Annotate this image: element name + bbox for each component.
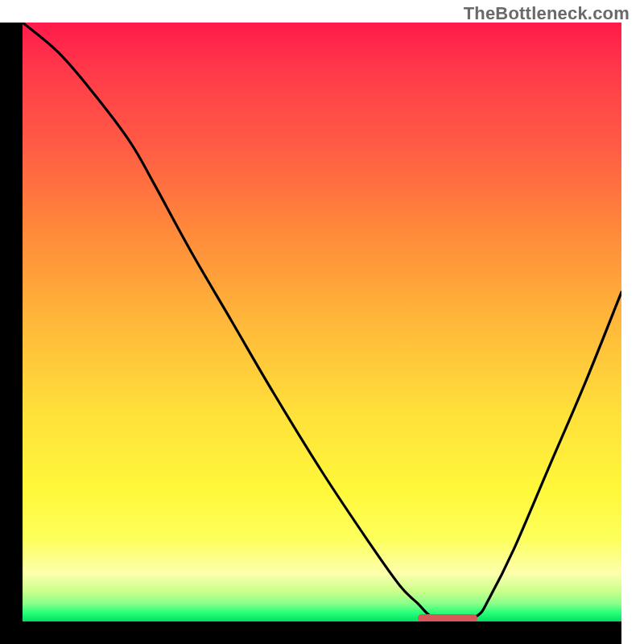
bottleneck-curve [23, 23, 621, 619]
x-axis [23, 621, 621, 644]
y-axis [0, 23, 23, 644]
curve-svg [23, 23, 621, 621]
chart-plot-area [23, 23, 621, 621]
watermark-text: TheBottleneck.com [464, 3, 630, 24]
